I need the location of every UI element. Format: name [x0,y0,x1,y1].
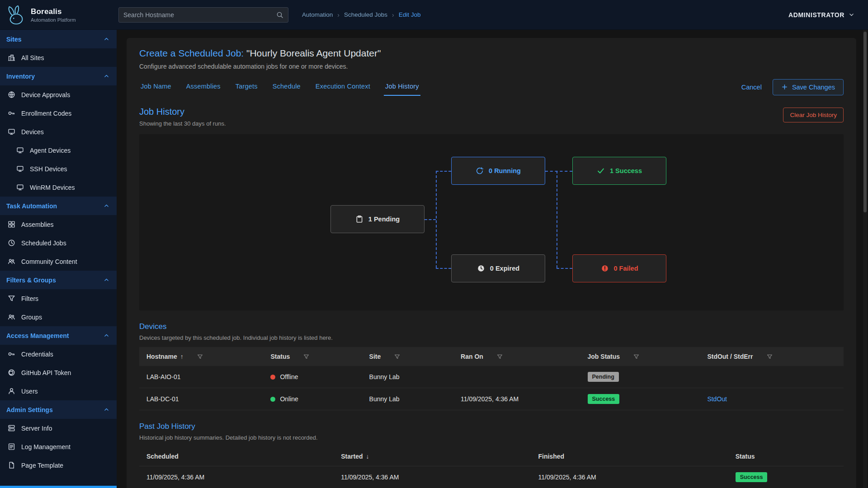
main-content: Create a Scheduled Job: "Hourly Borealis… [117,30,868,488]
stdout-link[interactable]: StdOut [707,395,727,403]
page-title-prefix: Create a Scheduled Job: [139,48,244,58]
brand-subtitle: Automation Platform [31,17,76,23]
document-icon [8,461,15,469]
filter-icon[interactable] [633,354,639,360]
sidebar-item-label: Agent Devices [30,147,71,154]
user-menu-button[interactable]: ADMINISTRATOR [788,11,854,19]
sidebar-section-admin-settings[interactable]: Admin Settings [0,400,117,419]
tab-schedule[interactable]: Schedule [271,78,302,96]
search-icon[interactable] [276,11,283,19]
cell-status: Online [266,388,364,410]
job-status-flow-diagram: 1 Pending 0 Running 1 Success 0 Expired … [139,134,844,310]
sidebar-item-label: Page Template [21,462,63,469]
sidebar-item-community-content[interactable]: Community Content [0,252,117,271]
header-actions: Cancel Save Changes [741,79,844,95]
sidebar-item-page-template[interactable]: Page Template [0,456,117,474]
sidebar-item-label: Devices [21,128,44,136]
filter-icon[interactable] [197,354,203,360]
sidebar-item-credentials[interactable]: Credentials [0,345,117,363]
sidebar-item-groups[interactable]: Groups [0,308,117,326]
devices-column-job-status[interactable]: Job Status [583,347,703,366]
tab-assemblies[interactable]: Assemblies [185,78,222,96]
main-scrollbar[interactable] [863,30,867,488]
devices-column-hostname[interactable]: Hostname↑ [139,347,266,366]
sidebar-item-winrm-devices[interactable]: WinRM Devices [0,178,117,197]
sidebar-section-filters-groups[interactable]: Filters & Groups [0,271,117,289]
search-input[interactable] [123,11,273,19]
device-row-lab-dc-01[interactable]: LAB-DC-01OnlineBunny Lab11/09/2025, 4:36… [139,388,844,410]
save-changes-button[interactable]: Save Changes [773,79,844,95]
past-history-column-started[interactable]: Started↓ [336,447,533,466]
chevron-down-icon [849,12,854,18]
devices-column-status[interactable]: Status [266,347,364,366]
filter-icon[interactable] [767,354,773,360]
flow-expired-box: 0 Expired [451,254,545,282]
sidebar-item-label: Scheduled Jobs [21,239,66,247]
past-history-column-status[interactable]: Status [731,447,844,466]
filter-icon[interactable] [394,354,400,360]
sidebar-item-scheduled-jobs[interactable]: Scheduled Jobs [0,234,117,252]
connector-line [436,171,437,268]
filter-icon[interactable] [303,354,309,360]
sidebar-item-label: GitHub API Token [21,369,71,376]
sidebar-item-label: Assemblies [21,221,54,228]
breadcrumb-separator-icon: › [337,11,340,19]
flow-failed-box: 0 Failed [572,254,666,282]
devices-column-ran-on[interactable]: Ran On [456,347,583,366]
sidebar: SitesAll SitesInventoryDevice ApprovalsE… [0,30,117,488]
clear-job-history-button[interactable]: Clear Job History [783,108,844,122]
tab-job-name[interactable]: Job Name [139,78,173,96]
status-dot-online [270,397,275,402]
sidebar-item-github-api-token[interactable]: GitHub API Token [0,363,117,382]
devices-column-stdout-stderr[interactable]: StdOut / StdErr [703,347,844,366]
page-subtitle: Configure advanced schedulable automatio… [139,63,844,70]
tab-job-history[interactable]: Job History [384,78,420,96]
sidebar-item-device-approvals[interactable]: Device Approvals [0,85,117,104]
past-job-history-table: ScheduledStarted↓FinishedStatus11/09/202… [139,447,844,488]
flow-success-label: 1 Success [610,167,642,174]
sidebar-item-label: Groups [21,314,42,321]
tab-targets[interactable]: Targets [234,78,259,96]
cell-finished: 11/09/2025, 4:36 AM [533,466,731,488]
filter-icon[interactable] [497,354,503,360]
flow-expired-label: 0 Expired [490,265,519,272]
connector-line [557,268,572,269]
past-history-column-scheduled[interactable]: Scheduled [139,447,336,466]
sort-ascending-icon[interactable]: ↑ [180,353,184,360]
sidebar-horizontal-scrollbar[interactable] [0,486,117,488]
sidebar-section-inventory[interactable]: Inventory [0,67,117,85]
main-scrollbar-thumb[interactable] [863,32,867,212]
cancel-button[interactable]: Cancel [741,84,762,91]
sidebar-section-sites[interactable]: Sites [0,30,117,48]
sidebar-section-label: Inventory [6,73,35,80]
sidebar-item-log-management[interactable]: Log Management [0,437,117,456]
past-history-column-finished[interactable]: Finished [533,447,731,466]
sidebar-item-devices[interactable]: Devices [0,122,117,141]
device-row-lab-aio-01[interactable]: LAB-AIO-01OfflineBunny LabPending [139,366,844,388]
devices-note: Devices targeted by this scheduled job. … [139,334,844,341]
grid-icon [8,221,15,228]
breadcrumb-item-scheduled-jobs[interactable]: Scheduled Jobs [344,11,387,18]
sidebar-item-server-info[interactable]: Server Info [0,419,117,437]
sidebar-section-access-management[interactable]: Access Management [0,326,117,345]
sidebar-item-ssh-devices[interactable]: SSH Devices [0,160,117,178]
status-dot-offline [270,375,275,380]
sidebar-item-label: Users [21,388,38,395]
monitor-icon [8,128,15,136]
devices-column-site[interactable]: Site [365,347,457,366]
sort-descending-icon[interactable]: ↓ [366,453,369,460]
job-history-note: Showing the last 30 days of runs. [139,120,226,127]
past-history-row: 11/09/2025, 4:36 AM11/09/2025, 4:36 AM11… [139,466,844,488]
plus-icon [781,84,788,90]
sidebar-item-all-sites[interactable]: All Sites [0,48,117,67]
breadcrumb-item-automation[interactable]: Automation [302,11,333,18]
connector-line [545,171,572,172]
sidebar-item-filters[interactable]: Filters [0,289,117,308]
sidebar-item-assemblies[interactable]: Assemblies [0,215,117,234]
sidebar-item-enrollment-codes[interactable]: Enrollment Codes [0,104,117,122]
page-title-job-name: "Hourly Borealis Agent Updater" [246,48,381,58]
sidebar-item-agent-devices[interactable]: Agent Devices [0,141,117,160]
sidebar-item-users[interactable]: Users [0,382,117,400]
sidebar-section-task-automation[interactable]: Task Automation [0,197,117,215]
tab-execution-context[interactable]: Execution Context [314,78,372,96]
